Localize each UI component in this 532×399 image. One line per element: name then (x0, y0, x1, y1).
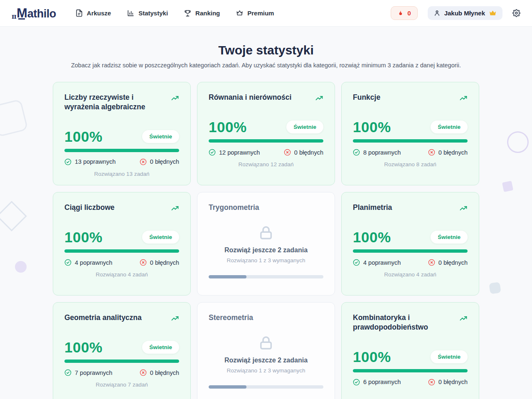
category-card-geometria-analityczna[interactable]: Geometria analityczna 100% Świetnie 7 po… (53, 302, 191, 399)
progress-fill (209, 385, 246, 389)
top-bar: π M athilo Arkusze Statystyki Ranking Pr… (0, 0, 532, 27)
locked-note: Rozwiązano 1 z 3 wymaganych (227, 367, 305, 374)
progress-bar (64, 249, 179, 253)
main-nav: Arkusze Statystyki Ranking Premium (75, 9, 274, 17)
category-card-kombinatoryka[interactable]: Kombinatoryka i prawdopodobieństwo 100% … (341, 302, 479, 399)
progress-fill (64, 360, 179, 363)
wrong-label: 0 błędnych (150, 369, 179, 376)
correct-stat: 7 poprawnych (64, 369, 112, 376)
trending-up-icon (171, 313, 179, 323)
nav-label: Premium (247, 10, 274, 17)
rating-badge: Świetnie (286, 121, 323, 133)
logo-underline (18, 18, 25, 20)
progress-bar (353, 369, 468, 372)
progress-fill (209, 139, 323, 143)
locked-cta: Rozwiąż jeszcze 2 zadania (224, 357, 308, 364)
flame-icon (397, 10, 404, 17)
category-grid: Liczby rzeczywiste i wyrażenia algebraic… (53, 82, 479, 399)
progress-bar (353, 249, 468, 253)
progress-bar (353, 139, 468, 143)
nav-item-statystyki[interactable]: Statystyki (127, 9, 168, 17)
bar-chart-icon (127, 9, 135, 17)
trophy-icon (184, 9, 192, 17)
progress-fill (353, 249, 468, 253)
logo-m: M (17, 7, 27, 20)
score-percent: 100% (353, 120, 391, 134)
category-title: Ciągi liczbowe (64, 203, 115, 212)
solved-count: Rozwiązano 4 zadań (64, 271, 179, 278)
gear-icon[interactable] (512, 9, 520, 17)
correct-label: 13 poprawnych (75, 158, 116, 165)
wrong-label: 0 błędnych (438, 379, 468, 385)
progress-bar (209, 139, 323, 143)
solved-count: Rozwiązano 8 zadań (353, 161, 468, 167)
progress-fill (64, 249, 179, 253)
wrong-label: 0 błędnych (150, 259, 179, 266)
decor-rounded-square-outline (0, 99, 28, 137)
correct-label: 6 poprawnych (363, 379, 401, 385)
wrong-stat: 0 błędnych (140, 158, 179, 165)
correct-label: 4 poprawnych (363, 259, 401, 266)
crown-gold-icon (489, 10, 497, 16)
trending-up-icon (459, 93, 468, 102)
wrong-stat: 0 błędnych (428, 149, 468, 156)
solved-count: Rozwiązano 13 zadań (64, 171, 179, 177)
trending-up-icon (171, 203, 179, 212)
correct-stat: 8 poprawnych (353, 149, 401, 156)
category-card-planimetria[interactable]: Planimetria 100% Świetnie 4 poprawnych 0… (341, 192, 479, 296)
lock-icon (257, 224, 275, 241)
crown-icon (236, 9, 244, 17)
correct-label: 12 poprawnych (219, 149, 260, 156)
file-icon (75, 9, 83, 17)
wrong-stat: 0 błędnych (140, 369, 179, 376)
score-percent: 100% (353, 230, 391, 244)
logo-text: athilo (27, 8, 56, 20)
progress-fill (209, 275, 246, 278)
wrong-stat: 0 błędnych (284, 149, 323, 156)
category-card-liczby-rzeczywiste[interactable]: Liczby rzeczywiste i wyrażenia algebraic… (53, 82, 191, 185)
category-card-trygonometria-locked[interactable]: Trygonometria Rozwiąż jeszcze 2 zadania … (197, 192, 335, 296)
nav-item-ranking[interactable]: Ranking (184, 9, 220, 17)
streak-badge[interactable]: 0 (391, 6, 417, 20)
score-percent: 100% (353, 350, 391, 364)
progress-bar (64, 149, 179, 152)
wrong-label: 0 błędnych (438, 149, 468, 156)
wrong-stat: 0 błędnych (428, 379, 468, 386)
correct-stat: 4 poprawnych (353, 259, 401, 266)
decor-diamond-outline (0, 201, 27, 232)
progress-bar (209, 385, 323, 389)
decor-circle-filled (15, 261, 27, 273)
category-card-ciagi[interactable]: Ciągi liczbowe 100% Świetnie 4 poprawnyc… (53, 192, 191, 296)
person-icon (433, 10, 441, 17)
trending-up-icon (315, 93, 323, 102)
progress-bar (209, 275, 323, 278)
rating-badge: Świetnie (431, 231, 468, 244)
lock-icon (257, 334, 275, 352)
nav-item-premium[interactable]: Premium (236, 9, 274, 17)
category-card-stereometria-locked[interactable]: Stereometria Rozwiąż jeszcze 2 zadania R… (197, 302, 335, 399)
nav-item-arkusze[interactable]: Arkusze (75, 9, 111, 17)
correct-stat: 13 poprawnych (64, 158, 116, 165)
correct-stat: 12 poprawnych (209, 149, 260, 156)
category-card-funkcje[interactable]: Funkcje 100% Świetnie 8 poprawnych 0 błę… (341, 82, 479, 185)
progress-fill (64, 149, 179, 152)
category-title: Geometria analityczna (64, 313, 142, 323)
progress-fill (353, 139, 468, 143)
progress-bar (64, 360, 179, 363)
user-menu[interactable]: Jakub Młynek (428, 6, 502, 20)
page-title: Twoje statystyki (0, 43, 532, 57)
trending-up-icon (459, 203, 468, 212)
wrong-stat: 0 błędnych (428, 259, 468, 266)
decor-circle-outline (507, 131, 529, 153)
locked-cta: Rozwiąż jeszcze 2 zadania (224, 246, 308, 254)
category-title: Liczby rzeczywiste i wyrażenia algebraic… (64, 93, 167, 112)
nav-label: Arkusze (87, 10, 111, 17)
logo[interactable]: π M athilo (12, 7, 56, 20)
correct-label: 4 poprawnych (75, 259, 112, 266)
rating-badge: Świetnie (431, 350, 468, 363)
category-title: Kombinatoryka i prawdopodobieństwo (353, 313, 455, 332)
rating-badge: Świetnie (431, 121, 468, 133)
correct-label: 8 poprawnych (363, 149, 401, 156)
category-title: Funkcje (353, 93, 380, 102)
category-card-rownania[interactable]: Równania i nierówności 100% Świetnie 12 … (197, 82, 335, 185)
